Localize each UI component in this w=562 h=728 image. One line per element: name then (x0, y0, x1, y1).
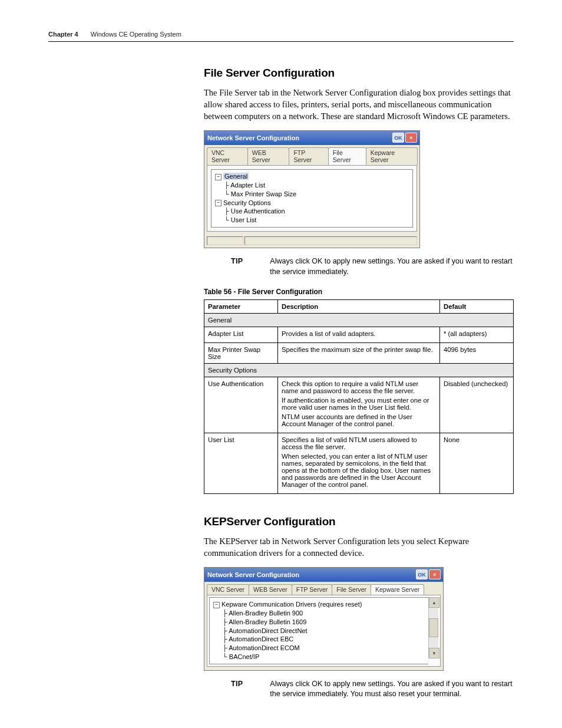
dialog-title: Network Server Configuration (207, 571, 299, 578)
tree-node-driver[interactable]: AutomationDirect DirectNet (229, 627, 307, 634)
tab-kepware-server[interactable]: Kepware Server (371, 584, 424, 595)
dialog-tab-panel: −General ├ Adapter List └ Max Printer Sw… (207, 165, 417, 232)
tree-node-use-auth[interactable]: Use Authentication (231, 207, 285, 215)
tip-block: TIP Always click OK to apply new setting… (231, 679, 514, 700)
collapse-icon[interactable]: − (215, 174, 222, 180)
chapter-title: Windows CE Operating System (91, 31, 181, 38)
collapse-icon[interactable]: − (213, 602, 220, 608)
tip-block: TIP Always click OK to apply new setting… (231, 256, 514, 277)
page-header: Chapter 4 Windows CE Operating System (48, 31, 514, 42)
close-icon[interactable]: × (405, 133, 417, 143)
tab-file-server[interactable]: File Server (332, 584, 371, 595)
file-server-intro: The File Server tab in the Network Serve… (204, 87, 514, 122)
tree-node-security[interactable]: Security Options (223, 199, 271, 206)
tree-node-driver[interactable]: AutomationDirect EBC (229, 635, 293, 643)
tab-kepware-server[interactable]: Kepware Server (366, 147, 418, 165)
table-caption: Table 56 - File Server Configuration (204, 288, 514, 296)
tree-node-driver[interactable]: AutomationDirect ECOM (229, 644, 299, 651)
col-default: Default (440, 300, 514, 314)
tree-node-general[interactable]: General (223, 173, 249, 180)
section-security: Security Options (204, 364, 514, 377)
tree-node-adapter-list[interactable]: Adapter List (230, 182, 265, 189)
tip-text: Always click OK to apply new settings. Y… (270, 679, 514, 700)
file-server-tree[interactable]: −General ├ Adapter List └ Max Printer Sw… (211, 169, 413, 228)
section-heading-file-server: File Server Configuration (204, 67, 514, 80)
tab-web-server[interactable]: WEB Server (247, 147, 290, 165)
tip-label: TIP (231, 679, 243, 690)
section-general: General (204, 314, 514, 327)
tab-vnc-server[interactable]: VNC Server (207, 147, 248, 165)
table-row: Max Printer Swap Size Specifies the maxi… (204, 343, 514, 364)
tip-label: TIP (231, 256, 243, 267)
kepserver-dialog: Network Server Configuration OK × VNC Se… (204, 567, 444, 671)
scroll-thumb[interactable] (429, 618, 438, 637)
ok-button-icon[interactable]: OK (392, 133, 404, 143)
dialog-tabs: VNC Server WEB Server FTP Server File Se… (204, 582, 443, 595)
scrollbar[interactable]: ▲ ▼ (428, 597, 438, 658)
tree-node-driver[interactable]: BACnet/IP (229, 653, 259, 660)
col-description: Description (278, 300, 440, 314)
dialog-title: Network Server Configuration (207, 134, 299, 141)
tree-node-driver[interactable]: Allen-Bradley Bulletin 1609 (229, 618, 306, 625)
tab-ftp-server[interactable]: FTP Server (289, 147, 328, 165)
tree-node-max-printer[interactable]: Max Printer Swap Size (231, 190, 296, 197)
tab-vnc-server[interactable]: VNC Server (207, 584, 249, 595)
col-parameter: Parameter (204, 300, 278, 314)
tree-node-driver[interactable]: Allen-Bradley Bulletin 900 (229, 610, 303, 617)
dialog-status-strip (204, 235, 419, 248)
kepserver-tree[interactable]: −Kepware Communication Drivers (requires… (209, 597, 428, 664)
table-row: Adapter List Provides a list of valid ad… (204, 327, 514, 343)
close-icon[interactable]: × (429, 569, 441, 579)
ok-button-icon[interactable]: OK (416, 569, 428, 579)
tree-node-drivers-root[interactable]: Kepware Communication Drivers (requires … (222, 601, 362, 608)
tab-web-server[interactable]: WEB Server (249, 584, 292, 595)
collapse-icon[interactable]: − (215, 200, 222, 206)
tip-text: Always click OK to apply new settings. Y… (270, 256, 514, 277)
file-server-table: Parameter Description Default General Ad… (204, 299, 514, 494)
tab-file-server[interactable]: File Server (328, 147, 366, 165)
tab-ftp-server[interactable]: FTP Server (292, 584, 332, 595)
table-row: Use Authentication Check this option to … (204, 377, 514, 433)
scroll-down-icon[interactable]: ▼ (429, 648, 439, 658)
dialog-titlebar: Network Server Configuration OK × (204, 568, 443, 582)
chapter-label: Chapter 4 (48, 31, 89, 38)
dialog-tab-panel: −Kepware Communication Drivers (requires… (207, 595, 441, 667)
dialog-tabs: VNC Server WEB Server FTP Server File Se… (204, 145, 419, 165)
file-server-dialog: Network Server Configuration OK × VNC Se… (204, 130, 420, 248)
tree-node-user-list[interactable]: User List (231, 216, 256, 223)
kepserver-intro: The KEPServer tab in Network Server Conf… (204, 535, 514, 559)
dialog-titlebar: Network Server Configuration OK × (204, 131, 419, 145)
scroll-up-icon[interactable]: ▲ (429, 597, 439, 608)
table-row: User List Specifies a list of valid NTLM… (204, 433, 514, 494)
section-heading-kepserver: KEPServer Configuration (204, 515, 514, 528)
